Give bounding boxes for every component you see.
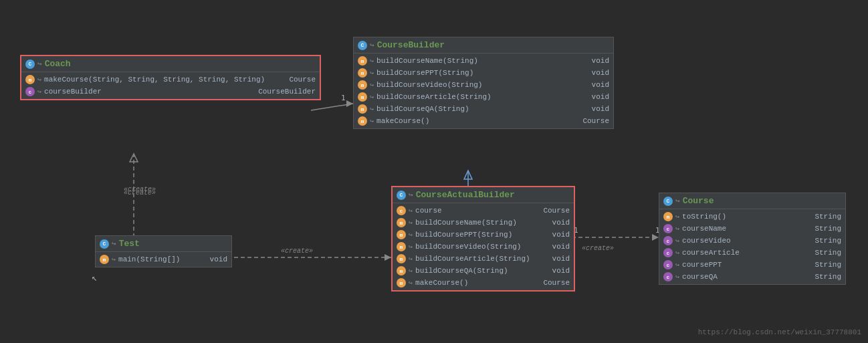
cab-icon: C xyxy=(397,191,406,200)
course-body: m ↪ toString() String c ↪ courseName Str… xyxy=(659,209,845,284)
coach-field-1: c ↪ courseBuilder CourseBuilder xyxy=(21,86,320,98)
course-f1-icon: c xyxy=(663,224,673,233)
cab-method-4: m ↪ buildCourseArticle(String) void xyxy=(393,253,574,265)
course-f5-icon: c xyxy=(663,272,673,281)
coursebuilder-class: C ↪ CourseBuilder m ↪ buildCourseName(St… xyxy=(353,37,614,129)
cab-m3-icon: m xyxy=(397,242,406,251)
cab-m1-icon: m xyxy=(397,218,406,227)
svg-marker-9 xyxy=(652,234,659,241)
cb-m6-icon: m xyxy=(358,116,367,126)
svg-line-0 xyxy=(311,104,353,110)
course-m1-icon: m xyxy=(663,212,673,221)
course-field-5: c ↪ courseQA String xyxy=(659,271,845,283)
cb-m1-icon: m xyxy=(358,56,367,66)
cursor-indicator: ↖ xyxy=(92,272,97,283)
cb-method-6: m ↪ makeCourse() Course xyxy=(354,115,613,127)
test-title: Test xyxy=(119,239,140,249)
course-field-2: c ↪ courseVideo String xyxy=(659,235,845,247)
coach-body: m ↪ makeCourse(String, String, String, S… xyxy=(21,72,320,99)
cab-m2-icon: m xyxy=(397,230,406,239)
cb-method-2: m ↪ buildCoursePPT(String) void xyxy=(354,67,613,79)
coursebuilder-header: C ↪ CourseBuilder xyxy=(354,37,613,53)
svg-text:1: 1 xyxy=(341,94,346,102)
coursebuilder-title: CourseBuilder xyxy=(377,40,445,50)
courseactualbuilder-header: C ↪ CourseActualBuilder xyxy=(393,187,574,203)
cb-method-1: m ↪ buildCourseName(String) void xyxy=(354,55,613,67)
course-field-4: c ↪ coursePPT String xyxy=(659,259,845,271)
test-method-1: m ↪ main(String[]) void xyxy=(96,253,231,265)
create-label-coach: «create» xyxy=(124,189,156,197)
test-body: m ↪ main(String[]) void xyxy=(96,252,231,267)
cab-m4-icon: m xyxy=(397,254,406,263)
svg-marker-7 xyxy=(130,154,138,162)
field-icon-c: c xyxy=(25,87,35,96)
cb-m5-icon: m xyxy=(358,104,367,114)
cb-method-3: m ↪ buildCourseVideo(String) void xyxy=(354,79,613,91)
coach-method-1: m ↪ makeCourse(String, String, String, S… xyxy=(21,74,320,86)
coach-icon: C xyxy=(25,60,35,69)
coursebuilder-icon: C xyxy=(358,41,367,50)
test-m1-icon: m xyxy=(100,255,109,264)
cb-method-4: m ↪ buildCourseArticle(String) void xyxy=(354,91,613,103)
course-class: C ↪ Course m ↪ toString() String c ↪ cou… xyxy=(659,193,846,285)
svg-marker-5 xyxy=(385,254,391,261)
cab-title: CourseActualBuilder xyxy=(416,190,515,200)
course-field-3: c ↪ courseArticle String xyxy=(659,247,845,259)
create-label-2: «create» xyxy=(281,247,313,255)
coach-class: C ↪ Coach m ↪ makeCourse(String, String,… xyxy=(20,55,321,100)
course-title: Course xyxy=(683,196,714,206)
course-f3-icon: c xyxy=(663,248,673,257)
cab-field-1: c ↪ course Course xyxy=(393,205,574,217)
course-method-1: m ↪ toString() String xyxy=(659,211,845,223)
course-f4-icon: c xyxy=(663,260,673,269)
coach-title: Coach xyxy=(45,59,71,69)
course-header: C ↪ Course xyxy=(659,193,845,209)
cab-m5-icon: m xyxy=(397,266,406,275)
create-label-3: «create» xyxy=(582,245,614,252)
svg-marker-3 xyxy=(464,170,472,179)
cab-f1-icon: c xyxy=(397,206,406,215)
test-icon: C xyxy=(100,239,109,249)
cb-m4-icon: m xyxy=(358,92,367,102)
cb-m3-icon: m xyxy=(358,80,367,90)
cb-method-5: m ↪ buildCourseQA(String) void xyxy=(354,103,613,115)
course-f2-icon: c xyxy=(663,236,673,245)
watermark: https://blog.csdn.net/weixin_37778801 xyxy=(698,328,861,336)
course-field-1: c ↪ courseName String xyxy=(659,223,845,235)
method-icon-m: m xyxy=(25,75,35,84)
cab-m6-icon: m xyxy=(397,278,406,288)
diagram-container: 1 1 1 1 «create» «create» «create» «crea… xyxy=(0,0,868,343)
cab-method-1: m ↪ buildCourseName(String) void xyxy=(393,217,574,229)
coach-header: C ↪ Coach xyxy=(21,56,320,72)
cb-m2-icon: m xyxy=(358,68,367,78)
cab-body: c ↪ course Course m ↪ buildCourseName(St… xyxy=(393,203,574,290)
coursebuilder-body: m ↪ buildCourseName(String) void m ↪ bui… xyxy=(354,53,613,128)
courseactualbuilder-class: C ↪ CourseActualBuilder c ↪ course Cours… xyxy=(391,186,575,292)
cab-method-5: m ↪ buildCourseQA(String) void xyxy=(393,265,574,277)
test-header: C ↪ Test xyxy=(96,236,231,252)
cab-method-3: m ↪ buildCourseVideo(String) void xyxy=(393,241,574,253)
svg-marker-1 xyxy=(346,100,353,107)
course-icon: C xyxy=(663,197,673,206)
cab-method-2: m ↪ buildCoursePPT(String) void xyxy=(393,229,574,241)
test-class: C ↪ Test m ↪ main(String[]) void xyxy=(95,235,232,267)
cab-method-6: m ↪ makeCourse() Course xyxy=(393,277,574,289)
